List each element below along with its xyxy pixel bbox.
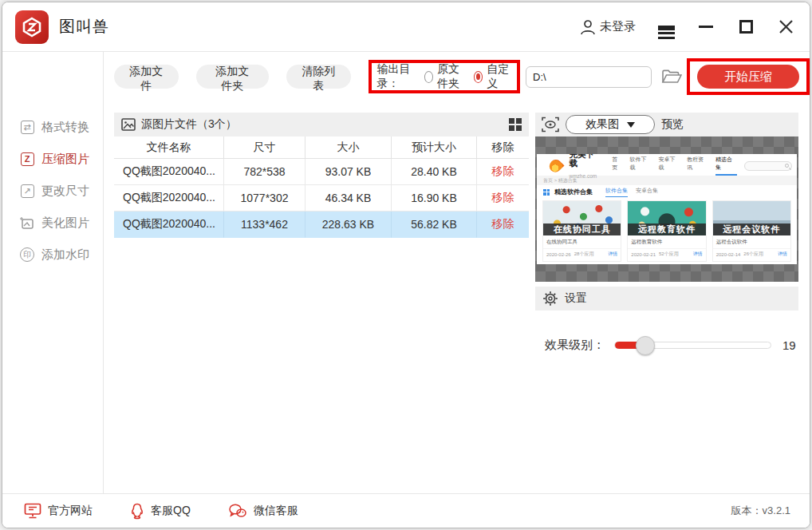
site-nav: 首页 软件下载 安卓下载 教程资讯 精选合集 <box>612 156 737 176</box>
add-file-button[interactable]: 添加文件 <box>114 65 179 89</box>
site-section-title: 精选软件合集 <box>554 188 593 196</box>
watermark-icon: 印 <box>19 247 35 263</box>
output-dir-label: 输出目录： <box>377 62 420 91</box>
format-convert-icon: ⇄ <box>19 119 35 135</box>
site-card: 远程会议软件 远程会议软件 2020-02-14 26个应用 详情 <box>712 200 791 262</box>
qq-service-link[interactable]: 客服QQ <box>130 503 191 520</box>
site-card: 远程教育软件 远程教育软件 2020-02-21 52个应用 详情 <box>627 200 706 262</box>
preview-image: 完美下载 wmzhe.com 首页 软件下载 安卓下载 教程资讯 精选合集 <box>537 154 797 264</box>
site-nav-item: 软件下载 <box>630 156 652 176</box>
preview-mode-value: 效果图 <box>585 117 619 132</box>
sidebar-item-compress[interactable]: Z 压缩图片 <box>2 143 103 175</box>
cell-size: 46.34 KB <box>305 185 392 212</box>
app-logo-icon <box>15 10 49 44</box>
table-row[interactable]: QQ截图2020040... 1077*302 46.34 KB 16.90 K… <box>114 185 529 212</box>
qq-service-label: 客服QQ <box>151 504 191 518</box>
site-logo-icon <box>547 156 565 174</box>
folder-icon <box>661 69 682 85</box>
radio-original-label: 原文件夹 <box>437 62 469 91</box>
col-size: 大小 <box>305 136 392 159</box>
qq-icon <box>130 503 144 520</box>
sidebar-item-label: 格式转换 <box>41 120 89 135</box>
cell-file-name: QQ截图2020040... <box>114 212 224 238</box>
radio-custom-label: 自定义 <box>487 62 510 91</box>
close-button[interactable] <box>776 18 795 37</box>
cell-file-name: QQ截图2020040... <box>114 159 224 185</box>
sidebar-item-beautify[interactable]: 美化图片 <box>2 207 103 239</box>
wechat-icon <box>228 503 247 519</box>
sidebar-item-label: 添加水印 <box>41 247 89 263</box>
menu-button[interactable] <box>656 18 676 37</box>
image-icon <box>121 118 136 131</box>
search-icon <box>785 164 789 168</box>
annotation-box-start: 开始压缩 <box>687 58 810 95</box>
login-button[interactable]: 未登录 <box>579 18 636 36</box>
cell-size: 228.63 KB <box>305 212 392 238</box>
table-header-row: 文件名称 尺寸 大小 预计大小 移除 <box>114 136 529 159</box>
preview-canvas: 完美下载 wmzhe.com 首页 软件下载 安卓下载 教程资讯 精选合集 <box>535 136 798 282</box>
table-row[interactable]: QQ截图2020040... 782*538 93.07 KB 28.40 KB… <box>114 159 529 185</box>
login-label: 未登录 <box>600 19 636 34</box>
cell-estimated-size: 28.40 KB <box>392 159 477 185</box>
source-files-panel: 源图片文件（3个） 文件名称 尺寸 大小 预计大小 移除 QQ截图2020040… <box>114 113 529 353</box>
col-dimensions: 尺寸 <box>224 136 305 159</box>
effect-level-value: 19 <box>782 338 796 352</box>
app-title: 图叫兽 <box>59 16 109 38</box>
sidebar-item-watermark[interactable]: 印 添加水印 <box>2 239 103 271</box>
preview-mode-dropdown[interactable]: 效果图 <box>566 115 655 134</box>
chevron-down-icon <box>627 122 635 128</box>
remove-link[interactable]: 移除 <box>492 191 514 205</box>
add-folder-button[interactable]: 添加文件夹 <box>196 65 269 89</box>
titlebar: 图叫兽 未登录 <box>2 2 810 52</box>
preview-panel: 效果图 预览 完美下载 wmzhe.com <box>535 113 798 353</box>
cell-size: 93.07 KB <box>305 159 392 185</box>
preview-eye-icon <box>542 117 559 132</box>
radio-checked-icon <box>474 71 483 83</box>
close-icon <box>778 19 794 34</box>
slider-thumb[interactable] <box>636 336 655 355</box>
source-files-header: 源图片文件（3个） <box>114 113 529 136</box>
site-nav-item: 首页 <box>612 156 622 176</box>
wechat-service-link[interactable]: 微信客服 <box>228 503 298 519</box>
start-compress-button[interactable]: 开始压缩 <box>697 65 799 89</box>
effect-level-row: 效果级别： 19 <box>535 338 798 353</box>
section-grid-icon <box>543 189 550 196</box>
output-path-input[interactable] <box>526 66 652 88</box>
compress-icon: Z <box>19 151 35 167</box>
annotation-box-output-dir: 输出目录： 原文件夹 自定义 <box>369 60 520 93</box>
site-tab: 软件合集 <box>605 187 628 197</box>
footer: 官方网站 客服QQ 微信客服 版本：v3.2.1 <box>2 493 810 528</box>
preview-header: 效果图 预览 <box>535 113 798 136</box>
cell-dimensions: 1077*302 <box>224 185 305 212</box>
sidebar-item-format-convert[interactable]: ⇄ 格式转换 <box>2 111 103 143</box>
col-estimated-size: 预计大小 <box>392 136 477 159</box>
sidebar-item-resize[interactable]: ↗ 更改尺寸 <box>2 175 103 207</box>
col-file-name: 文件名称 <box>114 136 224 159</box>
cell-estimated-size: 16.90 KB <box>392 185 477 212</box>
maximize-button[interactable] <box>736 18 755 37</box>
browse-folder-button[interactable] <box>661 69 682 85</box>
clear-list-button[interactable]: 清除列表 <box>286 65 351 89</box>
site-search-box <box>744 161 792 171</box>
table-row-selected[interactable]: QQ截图2020040... 1133*462 228.63 KB 56.82 … <box>114 212 529 238</box>
official-website-link[interactable]: 官方网站 <box>24 503 93 519</box>
remove-link[interactable]: 移除 <box>492 164 514 179</box>
minimize-button[interactable] <box>696 18 715 37</box>
radio-original-folder[interactable]: 原文件夹 <box>424 62 469 91</box>
settings-header: 设置 <box>535 287 798 310</box>
official-website-label: 官方网站 <box>48 504 93 518</box>
grid-view-icon[interactable] <box>509 118 522 131</box>
toolbar: 添加文件 添加文件夹 清除列表 输出目录： 原文件夹 自定义 <box>104 52 810 101</box>
effect-level-label: 效果级别： <box>545 338 605 353</box>
user-icon <box>579 18 597 36</box>
monitor-icon <box>24 503 41 519</box>
radio-custom[interactable]: 自定义 <box>474 62 510 91</box>
cell-file-name: QQ截图2020040... <box>114 185 224 212</box>
site-breadcrumb: 首页 > 精选合集 <box>537 176 797 185</box>
cell-estimated-size: 56.82 KB <box>392 212 477 238</box>
remove-link[interactable]: 移除 <box>492 217 514 231</box>
effect-level-slider[interactable] <box>614 342 771 349</box>
site-logo-text: 完美下载 <box>569 154 601 168</box>
gear-icon <box>542 291 558 307</box>
radio-unchecked-icon <box>424 71 433 83</box>
